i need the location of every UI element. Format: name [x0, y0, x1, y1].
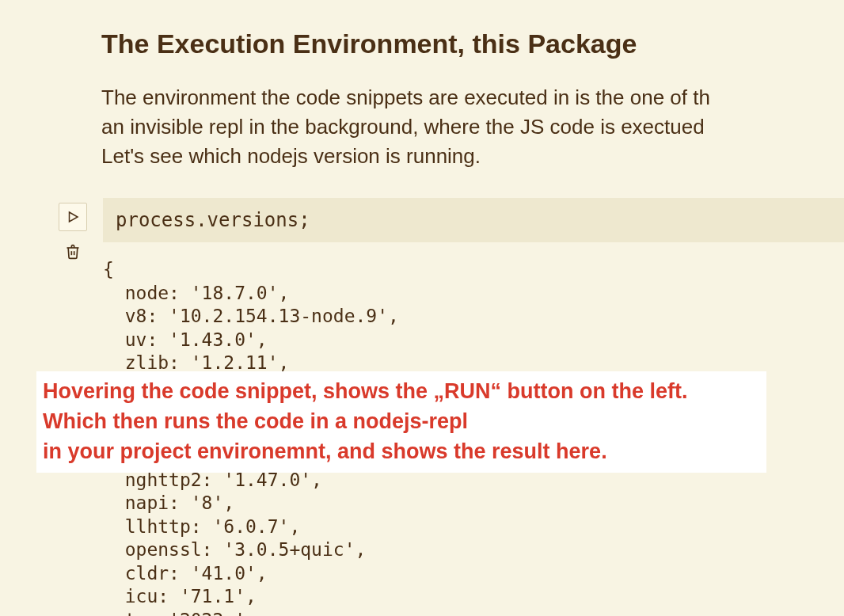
page: The Execution Environment, this Package …	[0, 0, 844, 616]
code-input[interactable]: process.versions;	[103, 198, 844, 242]
svg-marker-0	[70, 212, 78, 222]
trash-icon	[65, 244, 81, 260]
page-title: The Execution Environment, this Package	[101, 29, 844, 59]
output-line: zlib: '1.2.11',	[103, 352, 289, 373]
annotation-callout: Hovering the code snippet, shows the „RU…	[36, 371, 766, 473]
intro-paragraph: The environment the code snippets are ex…	[101, 83, 844, 171]
output-line: node: '18.7.0',	[103, 283, 289, 303]
callout-line-2: Which then runs the code in a nodejs-rep…	[43, 406, 760, 436]
intro-line-2: an invisible repl in the background, whe…	[101, 115, 705, 139]
run-button[interactable]	[59, 203, 87, 231]
cell-gutter	[59, 203, 87, 266]
delete-button[interactable]	[59, 238, 87, 266]
play-icon	[66, 210, 80, 224]
output-line: cldr: '41.0',	[103, 563, 268, 584]
output-line: uv: '1.43.0',	[103, 329, 268, 350]
intro-line-1: The environment the code snippets are ex…	[101, 86, 710, 109]
callout-line-3: in your project environemnt, and shows t…	[43, 436, 760, 466]
output-line: v8: '10.2.154.13-node.9',	[103, 306, 399, 326]
output-line: icu: '71.1',	[103, 586, 257, 606]
intro-line-3: Let's see which nodejs version is runnin…	[101, 144, 481, 168]
output-line: tz: '2022a',	[103, 610, 257, 617]
output-line: openssl: '3.0.5+quic',	[103, 539, 366, 560]
output-line: napi: '8',	[103, 492, 234, 513]
output-line: llhttp: '6.0.7',	[103, 516, 300, 537]
callout-line-1: Hovering the code snippet, shows the „RU…	[43, 376, 760, 406]
output-brace-open: {	[103, 259, 114, 279]
